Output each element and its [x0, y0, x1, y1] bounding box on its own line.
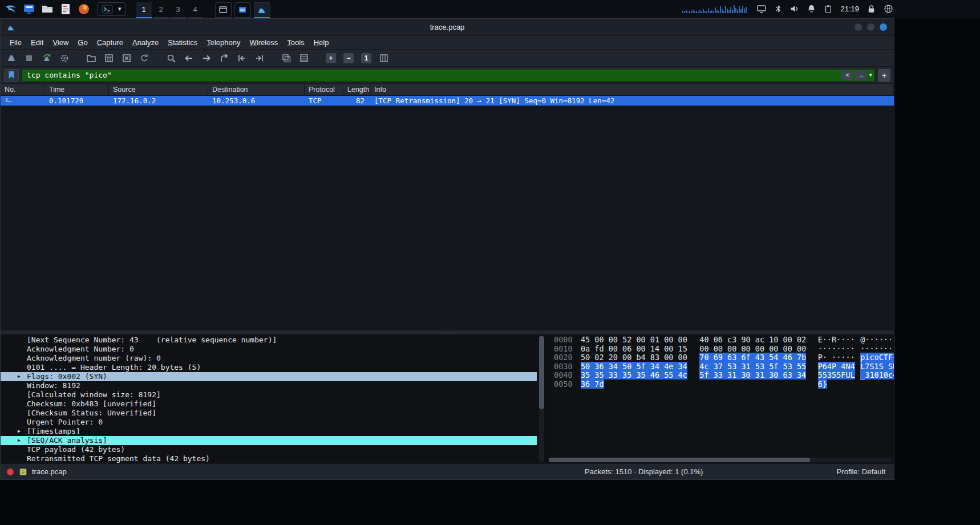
colorize-packets-button[interactable] — [298, 52, 310, 64]
file-close-button[interactable] — [120, 52, 133, 64]
volume-icon[interactable] — [789, 4, 799, 14]
hex-row[interactable]: 000045 00 00 52 00 01 00 0040 06 c3 90 a… — [547, 336, 894, 345]
file-reload-button[interactable] — [138, 52, 151, 64]
packet-details-pane[interactable]: [Next Sequence Number: 43 (relative sequ… — [1, 334, 546, 463]
auto-scroll-button[interactable] — [280, 52, 293, 64]
expand-arrow-icon[interactable]: ▶ — [18, 372, 21, 381]
details-scrollbar[interactable] — [539, 336, 544, 462]
go-back-button[interactable] — [183, 52, 195, 64]
detail-line[interactable]: [Calculated window size: 8192] — [1, 390, 537, 399]
statusbar-profile[interactable]: Profile: Default — [837, 467, 885, 476]
filter-add-button[interactable]: + — [878, 69, 890, 82]
menu-help[interactable]: Help — [309, 37, 334, 48]
workspace-3[interactable]: 3 — [171, 2, 186, 18]
terminal-selector[interactable]: ▾ — [98, 2, 125, 16]
clipboard-icon[interactable] — [824, 4, 833, 14]
display-filter-input[interactable]: tcp contains "pico" × → ▾ — [22, 69, 875, 82]
window-button-2[interactable] — [234, 2, 251, 18]
menu-capture[interactable]: Capture — [92, 37, 128, 48]
filter-dropdown-chevron[interactable]: ▾ — [869, 71, 872, 79]
details-scrollbar-thumb[interactable] — [539, 336, 544, 409]
workspace-4[interactable]: 4 — [188, 2, 203, 18]
column-header-protocol[interactable]: Protocol — [305, 84, 343, 95]
files-app-button[interactable] — [22, 2, 36, 16]
display-icon[interactable] — [756, 4, 767, 14]
hex-row[interactable]: 003050 36 34 50 5f 34 4e 344c 37 53 31 5… — [547, 362, 894, 371]
detail-line-timestamps[interactable]: ▶[Timestamps] — [1, 427, 537, 436]
column-header-time[interactable]: Time — [45, 84, 109, 95]
bluetooth-icon[interactable] — [774, 4, 782, 14]
browser-button[interactable] — [76, 2, 91, 16]
wireshark-taskbar-button[interactable] — [254, 2, 270, 18]
detail-line[interactable]: Retransmitted TCP segment data (42 bytes… — [1, 454, 537, 463]
kali-menu-button[interactable] — [3, 2, 18, 16]
network-globe-icon[interactable] — [884, 4, 893, 14]
capture-stop-button[interactable] — [23, 52, 35, 64]
detail-line[interactable]: Urgent Pointer: 0 — [1, 418, 537, 427]
detail-line[interactable]: Checksum: 0xb483 [unverified] — [1, 399, 537, 409]
maximize-button[interactable] — [867, 23, 874, 31]
go-first-packet-button[interactable] — [236, 52, 248, 64]
close-button[interactable] — [880, 23, 887, 31]
menu-go[interactable]: Go — [73, 37, 92, 48]
detail-line-flags-selected[interactable]: ▶Flags: 0x002 (SYN) — [1, 372, 537, 381]
hex-row[interactable]: 002050 02 20 00 b4 83 00 0070 69 63 6f 4… — [547, 353, 894, 362]
capture-options-button[interactable] — [58, 52, 71, 64]
resize-columns-button[interactable] — [378, 52, 390, 64]
filter-bookmark-button[interactable] — [4, 69, 19, 82]
detail-line[interactable]: Acknowledgment Number: 0 — [1, 345, 537, 354]
column-header-source[interactable]: Source — [109, 84, 208, 95]
pane-splitter-horizontal[interactable]: ····· — [1, 330, 894, 334]
menu-wireless[interactable]: Wireless — [245, 37, 283, 48]
screen-lock-icon[interactable] — [866, 4, 876, 14]
hex-row[interactable]: 005036 7d6} — [547, 380, 894, 389]
detail-line[interactable]: Window: 8192 — [1, 381, 537, 390]
column-header-no[interactable]: No. — [1, 84, 45, 95]
find-packet-button[interactable] — [165, 52, 177, 64]
go-last-packet-button[interactable] — [253, 52, 266, 64]
menu-tools[interactable]: Tools — [282, 37, 309, 48]
notifications-bell-icon[interactable] — [807, 4, 816, 14]
expand-arrow-icon[interactable]: ▶ — [18, 427, 21, 436]
workspace-2[interactable]: 2 — [153, 2, 169, 18]
file-manager-button[interactable] — [40, 2, 54, 16]
capture-comment-icon[interactable] — [19, 468, 27, 476]
file-save-button[interactable] — [103, 52, 115, 64]
detail-line[interactable]: [Next Sequence Number: 43 (relative sequ… — [1, 336, 537, 345]
zoom-original-button[interactable]: 1 — [360, 52, 372, 64]
workspace-1[interactable]: 1 — [136, 2, 152, 18]
detail-line[interactable]: [Checksum Status: Unverified] — [1, 409, 537, 418]
window-button-1[interactable] — [215, 2, 232, 18]
go-forward-button[interactable] — [200, 52, 213, 64]
hex-horizontal-scrollbar[interactable] — [549, 458, 892, 462]
menu-view[interactable]: View — [48, 37, 73, 48]
menu-edit[interactable]: Edit — [26, 37, 48, 48]
expert-info-icon[interactable] — [6, 468, 14, 476]
menu-file[interactable]: File — [5, 37, 26, 48]
detail-line[interactable]: TCP payload (42 bytes) — [1, 445, 537, 454]
filter-apply-button[interactable]: → — [855, 70, 866, 80]
filter-clear-button[interactable]: × — [841, 70, 853, 80]
clock[interactable]: 21:19 — [840, 5, 859, 13]
column-header-info[interactable]: Info — [370, 84, 894, 95]
go-to-packet-button[interactable] — [218, 52, 230, 64]
file-open-button[interactable] — [85, 52, 98, 64]
network-activity-graph[interactable] — [682, 4, 749, 14]
capture-restart-button[interactable] — [41, 52, 53, 64]
menu-analyze[interactable]: Analyze — [128, 37, 163, 48]
minimize-button[interactable] — [855, 23, 862, 31]
hex-scrollbar-thumb[interactable] — [549, 458, 810, 462]
packet-row-selected[interactable]: 507 0.101720 172.16.0.2 10.253.0.6 TCP 8… — [1, 96, 894, 106]
detail-line[interactable]: 0101 .... = Header Length: 20 bytes (5) — [1, 363, 537, 372]
hex-dump-pane[interactable]: 000045 00 00 52 00 01 00 0040 06 c3 90 a… — [546, 334, 894, 463]
expand-arrow-icon[interactable]: ▶ — [18, 436, 21, 445]
column-header-length[interactable]: Length — [343, 84, 370, 95]
zoom-in-button[interactable]: + — [325, 52, 337, 64]
detail-line-seq-ack-analysis[interactable]: ▶[SEQ/ACK analysis] — [1, 436, 537, 445]
menu-statistics[interactable]: Statistics — [163, 37, 202, 48]
packet-list[interactable]: 507 0.101720 172.16.0.2 10.253.0.6 TCP 8… — [1, 96, 894, 330]
text-editor-button[interactable] — [58, 2, 72, 16]
window-titlebar[interactable]: trace.pcap — [1, 19, 894, 36]
statusbar-filename[interactable]: trace.pcap — [32, 467, 67, 476]
menu-telephony[interactable]: Telephony — [202, 37, 245, 48]
